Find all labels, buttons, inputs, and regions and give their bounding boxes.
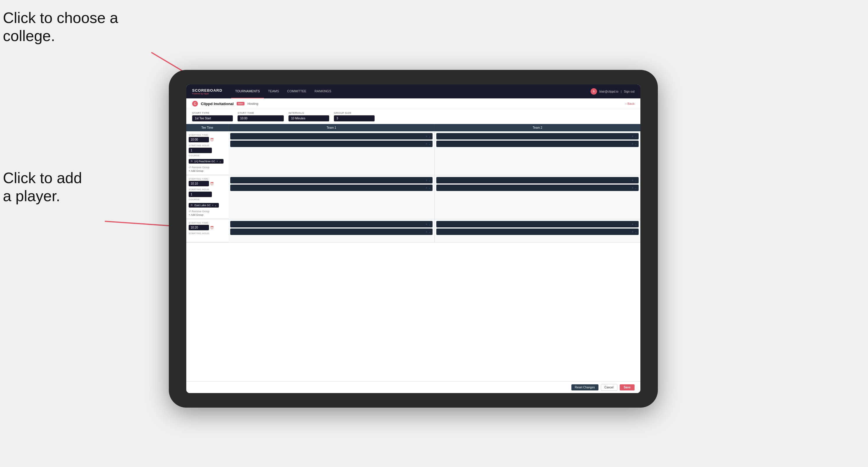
player-slot-2-2[interactable]: × ⌄ xyxy=(436,141,639,147)
nav-items: TOURNAMENTS TEAMS COMMITTEE RANKINGS xyxy=(231,85,591,98)
slot-controls-1-2: × ⌄ xyxy=(426,143,431,146)
player-slot-3-2[interactable]: ×⌄ xyxy=(230,185,433,191)
player-slot-3-1[interactable]: ×⌄ xyxy=(230,177,433,183)
remove-course-x-1[interactable]: × xyxy=(217,160,218,163)
tablet-frame: SCOREBOARD Powered by clippd TOURNAMENTS… xyxy=(169,70,658,408)
slot-x-icon-1-1[interactable]: × xyxy=(426,135,427,138)
course-label-1: COURSE: xyxy=(189,154,226,157)
scoreboard-logo: SCOREBOARD Powered by clippd xyxy=(192,88,222,95)
slot-chevron-icon-5-2[interactable]: ⌄ xyxy=(429,230,431,234)
player-slot-4-2[interactable]: ×⌄ xyxy=(436,185,639,191)
slot-chevron-icon-3-1[interactable]: ⌄ xyxy=(429,179,431,182)
slot-chevron-icon-3-2[interactable]: ⌄ xyxy=(429,186,431,190)
group-size-select[interactable]: 3 xyxy=(334,115,375,121)
slot-chevron-icon-1-2[interactable]: ⌄ xyxy=(429,143,431,146)
start-type-select[interactable]: 1st Tee Start xyxy=(192,115,233,121)
starting-hole-label-1: STARTING HOLE: xyxy=(189,144,226,147)
save-button[interactable]: Save xyxy=(620,384,634,391)
back-button[interactable]: ‹ Back xyxy=(625,102,634,105)
slot-x-icon-5-1[interactable]: × xyxy=(426,223,427,226)
nav-tournaments[interactable]: TOURNAMENTS xyxy=(231,85,264,98)
col-tee-time: Tee Time xyxy=(186,124,228,131)
team1-col-3: ×⌄ ×⌄ xyxy=(228,219,435,242)
team1-col-1: × ⌄ × ⌄ xyxy=(228,131,435,175)
slot-x-icon-6-1[interactable]: × xyxy=(632,223,633,226)
clippd-logo: C xyxy=(192,101,198,106)
form-row: Start Type 1st Tee Start Start Time Inte… xyxy=(186,109,640,124)
slot-x-icon-1-2[interactable]: × xyxy=(426,143,427,146)
starting-hole-label-2: STARTING HOLE: xyxy=(189,188,226,191)
app-footer: Reset Changes Cancel Save xyxy=(186,381,640,393)
slot-controls-1-1: × ⌄ xyxy=(426,135,431,138)
clock-icon-3: ⏰ xyxy=(210,226,214,229)
slot-chevron-icon-5-1[interactable]: ⌄ xyxy=(429,223,431,226)
player-slot-6-1[interactable]: ×⌄ xyxy=(436,221,639,227)
slot-chevron-icon-2-2[interactable]: ⌄ xyxy=(634,143,637,146)
slot-x-icon-2-2[interactable]: × xyxy=(632,143,633,146)
player-slot-4-1[interactable]: ×⌄ xyxy=(436,177,639,183)
nav-teams[interactable]: TEAMS xyxy=(264,85,283,98)
reset-changes-button[interactable]: Reset Changes xyxy=(571,384,598,391)
course-tag-1: 🏳 (A) Peachtree GC × ⌄ xyxy=(189,159,223,164)
cancel-button[interactable]: Cancel xyxy=(601,384,617,391)
start-time-field: Start Time xyxy=(238,112,284,121)
hole-select-2[interactable]: 1 xyxy=(189,192,212,197)
course-flag-icon-1: 🏳 xyxy=(191,160,193,163)
remove-group-link-1[interactable]: ↺ Remove Group xyxy=(189,166,226,169)
start-time-input[interactable] xyxy=(238,115,284,121)
time-input-1[interactable] xyxy=(189,137,209,143)
player-slot-5-2[interactable]: ×⌄ xyxy=(230,228,433,235)
slot-x-icon-2-1[interactable]: × xyxy=(632,135,633,138)
time-input-2[interactable] xyxy=(189,181,209,186)
remove-group-link-2[interactable]: ↺ Remove Group xyxy=(189,210,226,213)
action-links-1: ↺ Remove Group + Add Group xyxy=(189,166,226,173)
add-group-link-1[interactable]: + Add Group xyxy=(189,169,226,173)
tournament-title: Clippd Invitational xyxy=(201,102,234,106)
starting-hole-label-3: STARTING HOLE: xyxy=(189,232,226,235)
player-slot-2-1[interactable]: × ⌄ xyxy=(436,133,639,139)
slot-x-icon-3-1[interactable]: × xyxy=(426,179,427,182)
player-slot-5-1[interactable]: ×⌄ xyxy=(230,221,433,227)
add-group-link-2[interactable]: + Add Group xyxy=(189,213,226,216)
hole-select-1[interactable]: 1 xyxy=(189,148,212,153)
start-time-label: Start Time xyxy=(238,112,284,115)
course-chevron-1[interactable]: ⌄ xyxy=(219,160,221,163)
remove-course-x-2[interactable]: × xyxy=(212,204,213,207)
player-slot-1-1[interactable]: × ⌄ xyxy=(230,133,433,139)
slot-x-icon-4-1[interactable]: × xyxy=(632,179,633,182)
avatar: B xyxy=(591,88,597,95)
hosting-label: Hosting xyxy=(247,102,258,105)
slot-chevron-icon-6-2[interactable]: ⌄ xyxy=(634,230,637,234)
user-email: blair@clippd.io xyxy=(599,90,619,93)
group-size-field: Group Size 3 xyxy=(334,112,375,121)
slot-x-icon-3-2[interactable]: × xyxy=(426,186,427,190)
sign-out-link[interactable]: Sign out xyxy=(624,90,634,93)
player-slot-1-2[interactable]: × ⌄ xyxy=(230,141,433,147)
tee-row-1: STARTING TIME: ⏰ STARTING HOLE: 1 COURSE… xyxy=(186,131,640,175)
course-section-1: 🏳 (A) Peachtree GC × ⌄ xyxy=(189,158,226,165)
slot-chevron-icon-4-2[interactable]: ⌄ xyxy=(634,186,637,190)
table-header-row: Tee Time Team 1 Team 2 xyxy=(186,124,640,131)
slot-x-icon-6-2[interactable]: × xyxy=(632,230,633,234)
intervals-select[interactable]: 10 Minutes xyxy=(288,115,329,121)
slot-chevron-icon-1-1[interactable]: ⌄ xyxy=(429,135,431,138)
slot-chevron-icon-6-1[interactable]: ⌄ xyxy=(634,223,637,226)
player-slot-6-2[interactable]: ×⌄ xyxy=(436,228,639,235)
tee-left-1: STARTING TIME: ⏰ STARTING HOLE: 1 COURSE… xyxy=(186,131,228,175)
header-right: B blair@clippd.io | Sign out xyxy=(591,88,634,95)
course-chevron-2[interactable]: ⌄ xyxy=(215,204,217,207)
time-row-3: ⏰ xyxy=(189,225,226,230)
slot-x-icon-5-2[interactable]: × xyxy=(426,230,427,234)
course-flag-icon-2: 🏳 xyxy=(191,204,193,207)
team2-col-1: × ⌄ × ⌄ xyxy=(435,131,640,175)
time-input-3[interactable] xyxy=(189,225,209,230)
slot-x-icon-4-2[interactable]: × xyxy=(632,186,633,190)
starting-time-label-1: STARTING TIME: xyxy=(189,134,226,136)
nav-committee[interactable]: COMMITTEE xyxy=(283,85,311,98)
gender-badge: Men xyxy=(237,102,245,105)
slot-chevron-icon-4-1[interactable]: ⌄ xyxy=(634,179,637,182)
slot-chevron-icon-2-1[interactable]: ⌄ xyxy=(634,135,637,138)
course-name-2: East Lake GC xyxy=(194,204,211,207)
nav-rankings[interactable]: RANKINGS xyxy=(311,85,335,98)
clock-icon-2: ⏰ xyxy=(210,182,214,185)
